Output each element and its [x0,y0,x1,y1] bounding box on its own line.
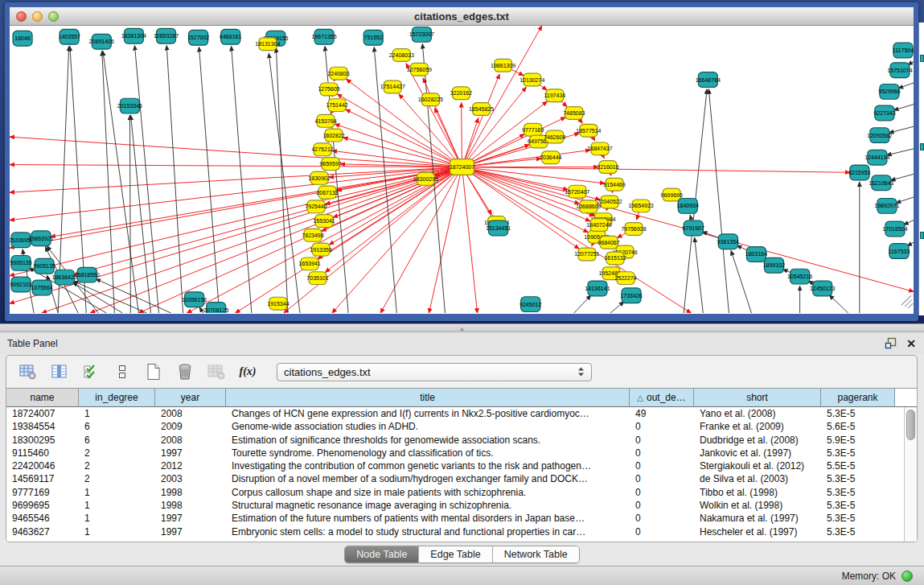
memory-status-icon[interactable] [901,571,913,582]
graph-node-label: 18381304 [121,33,146,39]
graph-edge [406,64,462,167]
table-cell: 1 [79,499,155,512]
graph-node-label: 1275605 [318,86,339,92]
table-cell: 1997 [155,447,226,459]
graph-node-label: 1075564 [31,285,52,290]
show-columns-button[interactable] [49,362,70,381]
table-cell: 9777169 [6,486,79,499]
table-cell: 2012 [155,459,226,472]
table-cell: 2008 [155,407,226,420]
graph-edge [462,103,462,167]
new-column-button[interactable] [143,362,164,381]
graph-node-label: 2240803 [327,71,349,76]
vertical-scrollbar[interactable] [904,407,917,542]
table-selector-dropdown[interactable]: citations_edges.txt [277,363,592,381]
graph-edge [889,126,914,133]
table-mode-button[interactable] [18,362,39,381]
graph-node-label: 4153764 [314,118,336,124]
table-cell: Franke et al. (2009) [694,420,821,433]
graph-edge [574,295,591,313]
table-row[interactable]: 2242004622012Investigating the contribut… [6,459,904,472]
table-row[interactable]: 969969511998Structural magnetic resonanc… [6,499,904,512]
column-chooser-button[interactable] [112,362,133,381]
zoom-window-button[interactable] [48,11,59,22]
graph-node-label: 10545216 [787,274,812,279]
close-panel-icon[interactable]: ✕ [906,338,916,349]
table-cell: 0 [630,525,694,538]
graph-node-label: 7462609 [544,134,565,140]
tab-edge-table[interactable]: Edge Table [419,546,492,562]
graph-edge [337,94,462,167]
graph-node-label: 9245012 [519,302,541,307]
table-row[interactable]: 1872400712008Changes of HCN gene express… [6,407,904,420]
graph-node-label: 18131304 [255,41,280,47]
tab-node-table[interactable]: Node Table [345,546,419,562]
delete-column-button[interactable] [175,362,195,381]
table-cell: Yano et al. (2008) [694,407,821,420]
graph-node-label: 1527002 [187,35,209,40]
graph-edge [10,167,462,276]
table-cell: 0 [630,486,694,499]
graph-node-label: 1840934 [677,203,699,208]
network-window-titlebar[interactable]: citations_edges.txt [10,7,914,26]
table-row[interactable]: 946362711997Embryonic stem cells: a mode… [6,525,904,538]
close-window-button[interactable] [16,11,27,22]
table-body: 1872400712008Changes of HCN gene express… [6,407,904,542]
table-row[interactable]: 1830029562008Estimation of significance … [6,434,904,447]
network-canvas[interactable]: 1604614035572089140618381304106532871527… [10,26,914,313]
column-header-short[interactable]: short [694,389,821,406]
table-cell: 22420046 [6,459,79,472]
table-cell: Disruption of a novel member of a sodium… [226,472,630,485]
canvas-resize-grip[interactable] [901,295,913,308]
column-header-year[interactable]: year [155,389,226,406]
table-cell: 5.3E-5 [821,447,895,459]
table-cell: de Silva et al. (2003) [694,472,821,485]
table-cell: 0 [630,434,694,447]
table-row[interactable]: 911546021997Tourette syndrome. Phenomeno… [6,447,904,459]
graph-edge [462,167,850,173]
graph-node-label: 17016504 [882,226,907,232]
graph-edge [276,48,288,313]
panel-splitter[interactable]: ▲ [0,323,924,332]
float-panel-icon[interactable] [885,337,897,349]
graph-node-label: 1830902 [308,175,330,181]
table-row[interactable]: 1938455462009Genome-wide association stu… [6,420,904,433]
graph-node-label: 9905135 [33,263,55,269]
column-header-title[interactable]: title [226,389,630,406]
table-selector-value: citations_edges.txt [284,366,577,378]
graph-node-label: 9659597 [319,161,341,167]
column-header-out_de[interactable]: △out_de… [630,389,694,406]
graph-node-label: 9092103 [10,282,31,287]
table-cell: 6 [79,420,155,433]
graph-edge [131,115,151,313]
table-row[interactable]: 977716911998Corpus callosum shape and si… [6,486,904,499]
column-header-in_degree[interactable]: in_degree [79,389,155,406]
table-cell: 1997 [155,512,226,525]
column-header-pagerank[interactable]: pagerank [821,389,895,406]
column-header-name[interactable]: name [6,389,79,406]
delete-table-button-disabled[interactable] [206,362,227,381]
table-cell: 0 [630,499,694,512]
graph-node-label: 1915344 [267,301,289,307]
table-cell: 5.3E-5 [821,407,895,420]
graph-edge [343,138,462,167]
select-columns-button[interactable] [80,362,101,381]
graph-node-label: 20891406 [89,39,114,44]
scrollbar-thumb[interactable] [906,410,915,440]
table-row[interactable]: 946554611997Estimation of the future num… [6,512,904,525]
table-cell: 5.6E-5 [821,420,895,433]
graph-edge [10,167,462,249]
graph-node-label: 2522274 [614,275,636,281]
splitter-grip-icon[interactable]: ▲ [458,326,466,332]
graph-edge [904,220,914,225]
graph-edge [695,237,704,313]
graph-edge [51,167,462,237]
function-builder-button[interactable]: f(x) [237,362,258,381]
tab-network-table[interactable]: Network Table [493,546,579,562]
table-row[interactable]: 1456911722003Disruption of a novel membe… [6,472,904,485]
minimize-window-button[interactable] [32,11,43,22]
graph-edge [10,137,462,167]
background-window-edge [918,23,924,315]
memory-status-label: Memory: OK [842,571,896,582]
graph-node-label: 1751442 [326,102,347,108]
